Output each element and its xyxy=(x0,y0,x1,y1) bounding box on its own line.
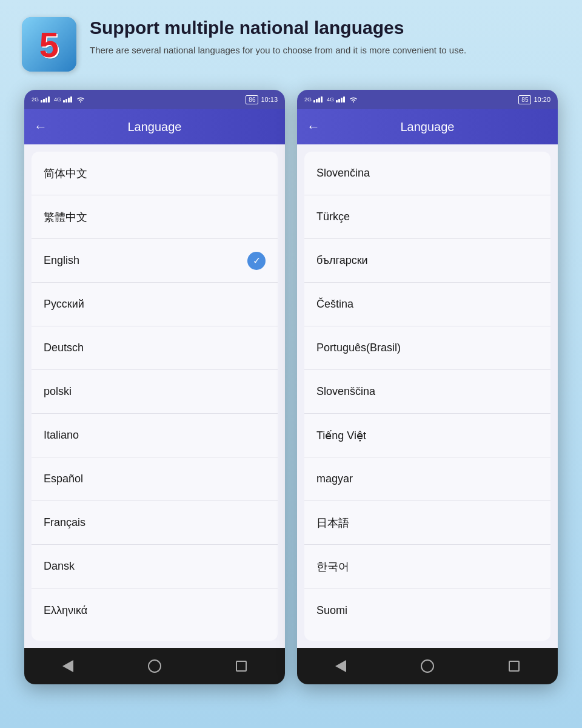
rbar2b xyxy=(338,99,340,103)
language-name: Suomi xyxy=(316,604,347,617)
phones-container: 2G 4G xyxy=(0,90,582,684)
nav-back-left[interactable] xyxy=(53,651,83,681)
language-name: Русский xyxy=(44,298,84,311)
header-section: 5 Support multiple national languages Th… xyxy=(0,0,582,84)
signal1-label-left: 2G xyxy=(32,96,39,103)
bar4 xyxy=(48,96,50,103)
battery-left: 86 xyxy=(246,95,258,104)
signal-bars-1-right xyxy=(313,96,323,103)
signal2-label-right: 4G xyxy=(327,96,334,103)
nav-recent-left[interactable] xyxy=(226,651,256,681)
phone-left: 2G 4G xyxy=(24,90,285,684)
wifi-icon-left xyxy=(76,96,85,103)
language-name: 繁體中文 xyxy=(44,210,87,224)
signal2-label-left: 4G xyxy=(54,96,61,103)
language-name: Ελληνικά xyxy=(44,604,87,617)
language-item[interactable]: English✓ xyxy=(32,239,278,283)
bar2 xyxy=(43,99,45,103)
language-name: 한국어 xyxy=(316,559,349,574)
nav-recent-right[interactable] xyxy=(499,651,529,681)
signal1-label-right: 2G xyxy=(304,96,312,103)
language-name: Tiếng Việt xyxy=(316,429,366,442)
nav-back-right[interactable] xyxy=(326,651,356,681)
status-left-right: 2G 4G xyxy=(304,96,358,103)
app-bar-title-left: Language xyxy=(57,120,252,134)
nav-recent-icon-left xyxy=(236,661,247,672)
language-list-right: SlovenčinaTürkçeбългарскиČeštinaPortuguê… xyxy=(304,152,550,641)
language-name: 简体中文 xyxy=(44,166,87,181)
bottom-nav-right xyxy=(297,648,558,684)
language-item[interactable]: Čeština xyxy=(304,283,550,326)
language-list-container-left: 简体中文繁體中文English✓РусскийDeutschpolskiItal… xyxy=(24,144,285,648)
language-item[interactable]: 한국어 xyxy=(304,545,550,588)
language-item[interactable]: Tiếng Việt xyxy=(304,414,550,457)
language-name: Türkçe xyxy=(316,211,350,223)
language-name: magyar xyxy=(316,473,353,485)
signal-bars-2-right xyxy=(336,96,345,103)
language-item[interactable]: Suomi xyxy=(304,588,550,632)
bottom-nav-left xyxy=(24,648,285,684)
language-name: Français xyxy=(44,516,85,529)
language-item[interactable]: Deutsch xyxy=(32,326,278,370)
rbar3b xyxy=(341,98,343,103)
language-item[interactable]: polski xyxy=(32,370,278,414)
time-left: 10:13 xyxy=(261,96,278,103)
rbar4b xyxy=(343,96,345,103)
signal-bars-2-left xyxy=(63,96,72,103)
language-list-container-right: SlovenčinaTürkçeбългарскиČeštinaPortuguê… xyxy=(297,144,558,648)
language-item[interactable]: magyar xyxy=(304,457,550,501)
nav-recent-icon-right xyxy=(509,661,520,672)
app-bar-title-right: Language xyxy=(330,120,525,134)
language-item[interactable]: Ελληνικά xyxy=(32,588,278,632)
nav-home-icon-left xyxy=(148,659,161,673)
language-item[interactable]: Türkçe xyxy=(304,195,550,239)
language-name: Čeština xyxy=(316,298,353,311)
language-name: Slovenščina xyxy=(316,385,375,398)
status-bar-left: 2G 4G xyxy=(24,90,285,109)
language-item[interactable]: Español xyxy=(32,457,278,501)
language-item[interactable]: Dansk xyxy=(32,545,278,588)
nav-home-icon-right xyxy=(421,659,434,673)
time-right: 10:20 xyxy=(534,96,550,103)
language-name: English xyxy=(44,254,79,267)
bar3b xyxy=(68,98,70,103)
language-name: Slovenčina xyxy=(316,167,370,180)
header-title: Support multiple national languages xyxy=(90,17,560,39)
language-name: Español xyxy=(44,473,83,485)
language-item[interactable]: Slovenčina xyxy=(304,152,550,195)
language-item[interactable]: Português(Brasil) xyxy=(304,326,550,370)
back-button-left[interactable]: ← xyxy=(34,119,47,135)
language-item[interactable]: Slovenščina xyxy=(304,370,550,414)
language-name: Italiano xyxy=(44,429,79,442)
language-item[interactable]: Русский xyxy=(32,283,278,326)
language-item[interactable]: Italiano xyxy=(32,414,278,457)
language-item[interactable]: 繁體中文 xyxy=(32,195,278,239)
language-item[interactable]: 简体中文 xyxy=(32,152,278,195)
language-name: Deutsch xyxy=(44,342,84,354)
rbar1 xyxy=(313,100,315,103)
bar1b xyxy=(63,100,65,103)
language-name: 日本語 xyxy=(316,516,349,530)
app-icon-number: 5 xyxy=(39,24,59,65)
bar1 xyxy=(41,100,42,103)
language-name: Dansk xyxy=(44,560,75,573)
status-bar-right: 2G 4G xyxy=(297,90,558,109)
rbar1b xyxy=(336,100,338,103)
language-item[interactable]: Français xyxy=(32,501,278,545)
bar3 xyxy=(45,98,47,103)
nav-home-right[interactable] xyxy=(412,651,443,681)
back-button-right[interactable]: ← xyxy=(307,119,320,135)
signal-bars-1-left xyxy=(41,96,50,103)
language-name: Português(Brasil) xyxy=(316,342,401,354)
app-icon: 5 xyxy=(22,17,76,72)
bar4b xyxy=(70,96,72,103)
language-item[interactable]: 日本語 xyxy=(304,501,550,545)
status-left-left: 2G 4G xyxy=(32,96,85,103)
language-item[interactable]: български xyxy=(304,239,550,283)
language-name: polski xyxy=(44,385,72,398)
header-text: Support multiple national languages Ther… xyxy=(90,17,560,58)
bar2b xyxy=(65,99,67,103)
nav-home-left[interactable] xyxy=(139,651,170,681)
status-right-right: 85 10:20 xyxy=(518,95,550,104)
rbar3 xyxy=(318,98,320,103)
